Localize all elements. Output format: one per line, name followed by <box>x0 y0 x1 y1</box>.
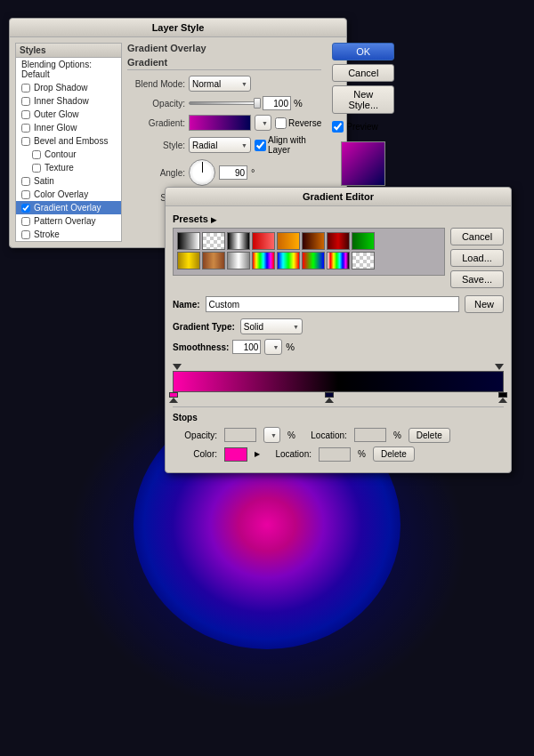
preset-transparent[interactable] <box>202 232 225 250</box>
color-stop-left[interactable] <box>169 392 178 403</box>
preview-label: Preview <box>346 122 378 132</box>
opacity-slider-thumb[interactable] <box>254 98 261 109</box>
preset-rainbow3[interactable] <box>302 252 325 269</box>
ge-load-button[interactable]: Load... <box>450 249 504 267</box>
align-check[interactable] <box>255 140 266 151</box>
preview-check[interactable] <box>332 121 344 133</box>
style-item-texture[interactable]: Texture <box>16 161 121 174</box>
preset-gold[interactable] <box>177 252 200 269</box>
color-overlay-check[interactable] <box>21 190 30 199</box>
style-item-inner-shadow[interactable]: Inner Shadow <box>16 94 121 108</box>
angle-dial[interactable] <box>189 159 215 186</box>
blending-label: Blending Options: Default <box>21 60 116 79</box>
preset-orange[interactable] <box>277 232 300 250</box>
texture-check[interactable] <box>32 164 41 173</box>
presets-grid <box>173 228 445 276</box>
gradient-preview[interactable] <box>189 115 251 131</box>
ok-button[interactable]: OK <box>332 43 394 60</box>
style-item-drop-shadow[interactable]: Drop Shadow <box>16 81 121 94</box>
align-label: Align with Layer <box>268 135 321 155</box>
angle-input[interactable] <box>219 165 247 180</box>
color-location-input[interactable] <box>319 447 351 462</box>
preset-rainbow2[interactable] <box>277 252 300 269</box>
preset-red[interactable] <box>252 232 275 250</box>
angle-unit: ° <box>251 167 255 178</box>
angle-label: Angle: <box>127 168 185 178</box>
preset-bw2[interactable] <box>227 232 250 250</box>
opacity-stop-right[interactable] <box>495 364 504 370</box>
preset-green[interactable] <box>352 232 375 250</box>
preset-spectrum[interactable] <box>327 252 350 269</box>
preset-darkred[interactable] <box>327 232 350 250</box>
opacity-delete-button[interactable]: Delete <box>409 428 450 443</box>
style-item-gradient-overlay[interactable]: Gradient Overlay <box>16 201 121 214</box>
preset-transparent-stripe[interactable] <box>352 252 375 269</box>
opacity-location-input[interactable] <box>354 428 386 442</box>
opacity-stop-select[interactable] <box>263 427 280 443</box>
color-stop-arrow[interactable]: ▶ <box>255 450 260 458</box>
ge-name-label: Name: <box>173 300 200 310</box>
reverse-row: Reverse <box>275 117 321 129</box>
style-item-outer-glow[interactable]: Outer Glow <box>16 108 121 121</box>
ge-smoothness-input[interactable] <box>232 340 261 354</box>
ge-name-input[interactable] <box>206 296 459 312</box>
new-style-button[interactable]: New Style... <box>332 85 394 114</box>
presets-label: Presets ▶ <box>173 213 504 224</box>
opacity-stop-input[interactable] <box>224 428 256 442</box>
ge-smoothness-select[interactable] <box>264 339 282 355</box>
stroke-check[interactable] <box>21 230 30 239</box>
inner-shadow-check[interactable] <box>21 97 30 106</box>
subsection-title: Gradient <box>127 57 321 70</box>
blend-mode-select[interactable]: Normal <box>189 76 251 92</box>
color-stop-mid[interactable] <box>325 392 334 403</box>
gradient-overlay-check[interactable] <box>21 204 30 213</box>
opacity-stop-left[interactable] <box>173 364 182 370</box>
preset-brown[interactable] <box>302 232 325 250</box>
preset-silver[interactable] <box>227 252 250 269</box>
opacity-slider-track[interactable] <box>189 101 260 105</box>
preset-copper[interactable] <box>202 252 225 269</box>
style-item-stroke[interactable]: Stroke <box>16 228 121 241</box>
ge-new-button[interactable]: New <box>465 295 504 313</box>
style-item-pattern-overlay[interactable]: Pattern Overlay <box>16 214 121 228</box>
contour-check[interactable] <box>32 150 41 159</box>
presets-expand-arrow[interactable]: ▶ <box>211 216 216 224</box>
ge-top-stops <box>173 362 504 371</box>
preset-bw[interactable] <box>177 232 200 250</box>
ge-gradient-bar[interactable] <box>173 371 504 392</box>
ge-type-select[interactable]: Solid <box>240 318 303 334</box>
reverse-check[interactable] <box>275 117 287 129</box>
color-stop-right[interactable] <box>498 392 507 403</box>
blend-mode-label: Blend Mode: <box>127 79 185 89</box>
style-item-inner-glow[interactable]: Inner Glow <box>16 121 121 134</box>
outer-glow-check[interactable] <box>21 110 30 119</box>
ge-save-button[interactable]: Save... <box>450 270 504 288</box>
opacity-slider-container: % <box>189 96 303 110</box>
style-select[interactable]: Radial <box>189 137 251 153</box>
opacity-stop-label: Opacity: <box>173 430 217 440</box>
gradient-editor-title: Gradient Editor <box>166 188 511 206</box>
blend-mode-row: Blend Mode: Normal <box>127 76 321 92</box>
style-label: Style: <box>127 141 185 150</box>
stops-title: Stops <box>173 413 504 422</box>
opacity-input[interactable] <box>263 96 291 110</box>
ge-right-buttons: Cancel Load... Save... <box>450 228 504 288</box>
drop-shadow-check[interactable] <box>21 84 30 92</box>
pattern-overlay-check[interactable] <box>21 217 30 226</box>
preset-rainbow[interactable] <box>252 252 275 269</box>
inner-glow-check[interactable] <box>21 124 30 133</box>
style-item-blending[interactable]: Blending Options: Default <box>16 58 121 81</box>
style-item-bevel[interactable]: Bevel and Emboss <box>16 134 121 148</box>
satin-check[interactable] <box>21 177 30 186</box>
style-row: Style: Radial Align with Layer <box>127 135 321 155</box>
opacity-stop-unit: % <box>287 430 295 440</box>
gradient-dropdown[interactable] <box>255 115 271 131</box>
color-stop-swatch[interactable] <box>224 447 247 462</box>
cancel-button[interactable]: Cancel <box>332 64 394 82</box>
style-item-satin[interactable]: Satin <box>16 174 121 188</box>
style-item-color-overlay[interactable]: Color Overlay <box>16 188 121 201</box>
color-delete-button[interactable]: Delete <box>373 446 415 462</box>
bevel-check[interactable] <box>21 137 30 146</box>
style-item-contour[interactable]: Contour <box>16 148 121 161</box>
ge-cancel-button[interactable]: Cancel <box>450 228 504 245</box>
